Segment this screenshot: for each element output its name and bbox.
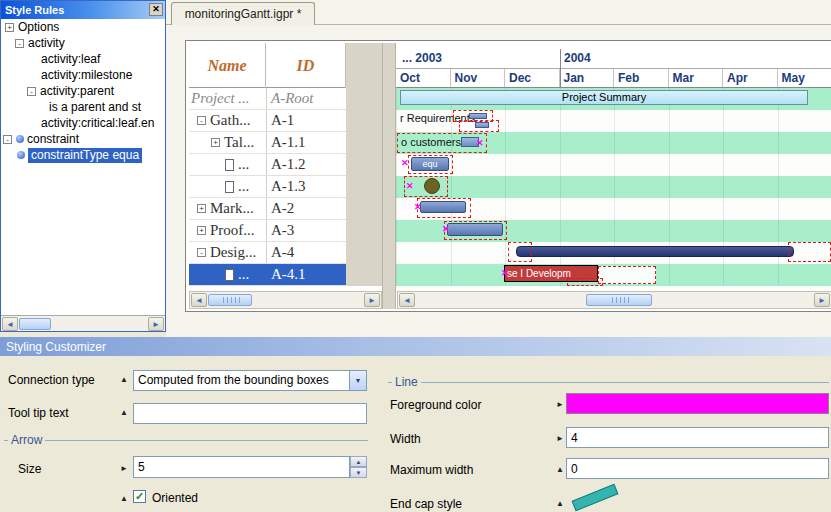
width-label: Width [390,432,421,446]
scroll-left-icon: ◄ [6,320,14,329]
scroll-left-button[interactable]: ◄ [399,293,415,307]
tooltip-input[interactable] [133,403,367,424]
oriented-checkbox[interactable]: ✓ [133,490,146,503]
tree-expander-icon[interactable]: - [27,87,36,96]
tree-item-activity-critical[interactable]: activity:critical:leaf.en [1,115,165,131]
selection-outline [444,221,507,240]
tab-label: monitoringGantt.igpr * [185,7,302,21]
end-cap-style-preview[interactable] [572,484,619,511]
year-label: 2004 [564,51,591,65]
gantt-table-header: Name ID [189,43,346,88]
row-id: A-1.1 [271,134,306,151]
tree-item-parent-rule[interactable]: is a parent and st [1,99,165,115]
scroll-thumb[interactable] [208,294,252,306]
spinner-down-icon: ▼ [356,470,362,476]
table-row[interactable]: -Desig... A-4 [189,242,346,264]
scroll-left-icon: ◄ [403,296,411,305]
year-label: ... 2003 [402,51,442,65]
table-row[interactable]: Project ... A-Root [189,88,346,110]
tree-expander-icon[interactable]: - [197,116,206,125]
gantt-view-panel: Name ID Project ... A-Root -Gath... A-1 … [185,40,831,312]
chart-scrollbar[interactable]: ◄ ► [397,291,831,309]
table-row[interactable]: -Gath... A-1 [189,110,346,132]
selection-outline [508,242,532,262]
style-rules-titlebar[interactable]: Style Rules ✕ [1,1,165,19]
scroll-left-button[interactable]: ◄ [191,293,207,307]
maximum-width-input[interactable] [566,458,829,479]
scroll-right-button[interactable]: ► [814,293,830,307]
spinner-down-button[interactable]: ▼ [350,467,367,478]
year-row: ... 2003 2004 [396,49,831,69]
foreground-color-swatch[interactable] [566,393,829,414]
thumb-grip [209,295,251,305]
connection-type-combobox[interactable]: Computed from the bounding boxes ▼ [133,370,367,391]
table-row[interactable]: ... A-1.2 [189,154,346,176]
table-row[interactable]: +Proof... A-3 [189,220,346,242]
property-marker: ▲ [120,408,128,417]
tree-item-label: activity:parent [40,84,114,98]
tree-item-activity-milestone[interactable]: activity:milestone [1,67,165,83]
tree-item-constraint[interactable]: - constraint [1,131,165,147]
scroll-left-icon: ◄ [195,296,203,305]
scroll-right-button[interactable]: ► [364,293,380,307]
document-icon [225,269,234,281]
arrow-group-separator [4,440,368,441]
scroll-left-button[interactable]: ◄ [2,317,18,331]
scroll-thumb[interactable] [19,318,51,330]
selection-outline [788,242,831,262]
spinner-up-button[interactable]: ▲ [350,456,367,467]
property-marker: ► [556,434,564,443]
selection-outline [417,198,471,218]
row-name: ... [238,178,249,195]
column-header-id[interactable]: ID [266,43,346,88]
maximum-width-label: Maximum width [390,463,473,477]
thumb-grip [587,295,651,305]
table-scrollbar[interactable]: ◄ ► [189,291,382,309]
row-id: A-2 [271,200,294,217]
tree-expander-icon[interactable]: - [3,135,12,144]
scroll-thumb[interactable] [586,294,652,306]
constraint-endpoint-icon: ✕ [414,203,422,212]
close-button[interactable]: ✕ [149,3,163,16]
chevron-down-icon: ▼ [355,377,362,384]
style-rules-scrollbar[interactable]: ◄ ► [1,315,165,331]
row-name: Proof... [210,222,255,239]
tree-item-activity-leaf[interactable]: activity:leaf [1,51,165,67]
table-row-selected[interactable]: ... A-4.1 [189,264,346,286]
table-row[interactable]: +Tal... A-1.1 [189,132,346,154]
table-row[interactable]: ... A-1.3 [189,176,346,198]
constraint-endpoint-icon: ✕ [442,225,450,234]
property-marker: ▲ [120,375,128,384]
tree-expander-icon[interactable]: + [211,138,220,147]
tree-item-activity-parent[interactable]: - activity:parent [1,83,165,99]
tree-expander-icon[interactable]: + [197,204,206,213]
tree-expander-icon[interactable]: + [5,23,14,32]
document-icon [225,159,234,171]
combobox-dropdown-button[interactable]: ▼ [349,371,366,390]
size-input[interactable] [133,456,350,478]
table-row[interactable]: +Mark... A-2 [189,198,346,220]
tree-item-label: is a parent and st [49,100,141,114]
table-chart-splitter[interactable] [382,43,396,309]
project-summary-bar[interactable]: Project Summary [400,90,808,105]
tree-item-constraint-type[interactable]: constraintType equa [1,147,165,163]
column-header-name[interactable]: Name [189,43,266,88]
month-label: Jan [560,69,615,87]
tree-expander-icon[interactable]: - [197,248,206,257]
summary-activity-bar[interactable] [516,246,794,257]
size-spinner[interactable]: ▲ ▼ [133,456,367,478]
tree-expander-icon[interactable]: - [15,39,24,48]
tree-item-options[interactable]: + Options [1,19,165,35]
scroll-right-button[interactable]: ► [148,317,164,331]
month-label: Apr [723,69,778,87]
row-id: A-1.3 [271,178,306,195]
tree-item-activity[interactable]: - activity [1,35,165,51]
tree-expander-icon[interactable]: + [197,226,206,235]
width-input[interactable] [566,427,829,448]
property-marker: ► [556,400,564,409]
month-label: Oct [396,69,451,87]
tab-monitoring-gantt[interactable]: monitoringGantt.igpr * [171,2,315,25]
foreground-color-label: Foreground color [390,398,481,412]
scroll-right-icon: ► [818,296,826,305]
activity-bar-ghost[interactable] [598,266,656,284]
